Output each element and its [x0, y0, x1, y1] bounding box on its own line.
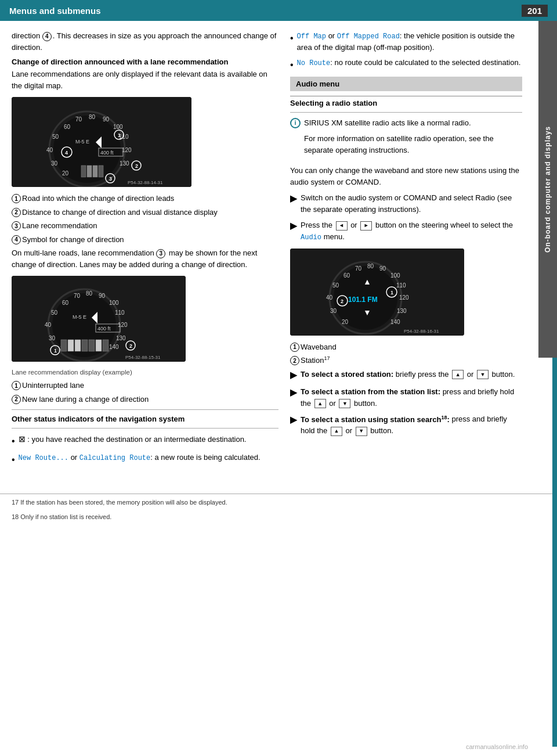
list-item-3-1-text: Waveband: [301, 341, 522, 353]
left-column: direction 4. This decreases in size as y…: [12, 30, 278, 470]
divider-1: [12, 409, 278, 410]
circle-4: 4: [42, 32, 52, 41]
page-number: 201: [522, 5, 548, 17]
svg-text:P54-32-88-14-31: P54-32-88-14-31: [128, 180, 163, 185]
list-item-3: 3 Lane recommendation: [12, 220, 278, 232]
bullet-new-route-text: New Route... or Calculating Route: a new…: [19, 452, 261, 463]
intro-paragraph: direction 4. This decreases in size as y…: [12, 30, 278, 53]
watermark: carmanualsonline.info: [466, 743, 528, 750]
info-content: SIRIUS XM satellite radio acts like a no…: [304, 117, 522, 161]
circle-3b: 3: [156, 249, 165, 258]
svg-text:40: 40: [326, 294, 333, 301]
svg-text:80: 80: [89, 114, 96, 120]
selecting-heading: Selecting a radio station: [290, 96, 522, 107]
svg-text:120: 120: [118, 322, 128, 328]
arrow3-text: To select a stored station: briefly pres…: [301, 369, 515, 380]
main-content: direction 4. This decreases in size as y…: [0, 21, 557, 482]
button-up-3: ▲: [331, 427, 342, 436]
list-item-4: 4 Symbol for change of direction: [12, 234, 278, 246]
svg-rect-30: [99, 165, 103, 177]
svg-text:110: 110: [396, 282, 406, 289]
arrow2: ▶ Press the ◄ or ► button on the steerin…: [290, 219, 522, 243]
bullet-destination: • ⊠ : you have reached the destination o…: [12, 433, 278, 448]
multilane-para: On multi-lane roads, lane recommendation…: [12, 247, 278, 270]
info-box: i SIRIUS XM satellite radio acts like a …: [290, 117, 522, 161]
list-item-4-text: Symbol for change of direction: [22, 234, 278, 246]
svg-rect-56: [68, 340, 74, 351]
list-item-2-1-text: Uninterrupted lane: [22, 380, 278, 391]
button-left: ◄: [336, 221, 348, 231]
bullet-destination-text: ⊠ : you have reached the destination or …: [19, 433, 247, 445]
svg-text:100: 100: [390, 272, 400, 279]
footnote-18: 18 Only if no station list is received.: [12, 512, 522, 522]
list-item-1-text: Road into which the change of direction …: [22, 193, 278, 204]
svg-text:1: 1: [390, 290, 393, 296]
arrow5-text: To select a station using station search…: [301, 413, 522, 436]
svg-text:110: 110: [115, 309, 125, 316]
svg-text:40: 40: [45, 322, 52, 328]
list-item-2-text: Distance to change of direction and visu…: [22, 207, 278, 218]
svg-text:60: 60: [64, 124, 71, 130]
arrow4-bold: To select a station from the station lis…: [301, 387, 440, 396]
list-item-2: 2 Distance to change of direction and vi…: [12, 207, 278, 218]
svg-text:M-5 E: M-5 E: [75, 139, 89, 145]
svg-text:4: 4: [65, 150, 68, 156]
list-item-2-2: 2 New lane during a change of direction: [12, 394, 278, 405]
svg-text:2: 2: [135, 163, 138, 169]
bullet-dot-3: •: [290, 31, 294, 45]
list-item-3-1: 1 Waveband: [290, 341, 522, 353]
divider-3: [290, 112, 522, 113]
circle-1c: 1: [290, 343, 299, 352]
side-tab-label: On-board computer and displays: [544, 126, 552, 253]
bullet-dot-2: •: [12, 453, 15, 467]
arrow-symbol-1: ▶: [290, 192, 297, 206]
header-bar: Menus and submenus 201: [0, 0, 557, 21]
list-item-1: 1 Road into which the change of directio…: [12, 193, 278, 204]
list-1: 1 Road into which the change of directio…: [12, 193, 278, 245]
svg-text:60: 60: [343, 272, 350, 279]
svg-text:20: 20: [62, 170, 69, 177]
svg-rect-58: [82, 340, 88, 351]
svg-text:30: 30: [49, 335, 56, 341]
svg-text:130: 130: [120, 160, 129, 167]
arrow-symbol-4: ▶: [290, 386, 297, 399]
svg-text:M-5 E: M-5 E: [73, 314, 86, 320]
svg-text:101.1 FM: 101.1 FM: [348, 296, 378, 304]
svg-text:▼: ▼: [363, 308, 371, 317]
svg-text:90: 90: [103, 116, 110, 123]
svg-rect-60: [96, 340, 102, 351]
circle-4a: 4: [12, 235, 21, 244]
info-para2: For more information on satellite radio …: [304, 133, 522, 156]
svg-rect-28: [87, 165, 92, 177]
circle-2c: 2: [290, 356, 299, 365]
audio-menu-header: Audio menu: [290, 77, 522, 91]
svg-text:50: 50: [332, 282, 339, 289]
list-item-2-1: 1 Uninterrupted lane: [12, 380, 278, 391]
svg-text:70: 70: [75, 116, 82, 123]
svg-text:P54-32-88-15-31: P54-32-88-15-31: [125, 355, 161, 360]
svg-text:100: 100: [113, 124, 123, 130]
arrow4: ▶ To select a station from the station l…: [290, 386, 522, 409]
bullet-no-route-text: No Route: no route could be calculated t…: [297, 57, 521, 69]
button-right: ►: [360, 221, 372, 231]
svg-rect-59: [89, 340, 95, 351]
footnote-17: 17 If the station has been stored, the m…: [12, 498, 522, 507]
button-down-2: ▼: [339, 399, 350, 408]
svg-text:130: 130: [116, 335, 126, 341]
list-item-3-2-text: Station17: [301, 355, 522, 366]
svg-rect-57: [75, 340, 81, 351]
button-up-1: ▲: [452, 370, 464, 379]
arrow2-text: Press the ◄ or ► button on the steering …: [301, 219, 522, 243]
svg-text:2: 2: [129, 343, 132, 349]
arrow5: ▶ To select a station using station sear…: [290, 413, 522, 436]
circle-2b: 2: [12, 395, 21, 404]
svg-rect-29: [93, 165, 97, 177]
svg-text:80: 80: [367, 263, 374, 269]
right-column: • Off Map or Off Mapped Road: the vehicl…: [290, 30, 545, 470]
circle-3a: 3: [12, 221, 21, 231]
arrow4-text: To select a station from the station lis…: [301, 386, 522, 409]
svg-rect-61: [103, 340, 108, 351]
arrow3: ▶ To select a stored station: briefly pr…: [290, 369, 522, 382]
button-down-1: ▼: [477, 370, 489, 379]
list-item-3-2: 2 Station17: [290, 355, 522, 366]
